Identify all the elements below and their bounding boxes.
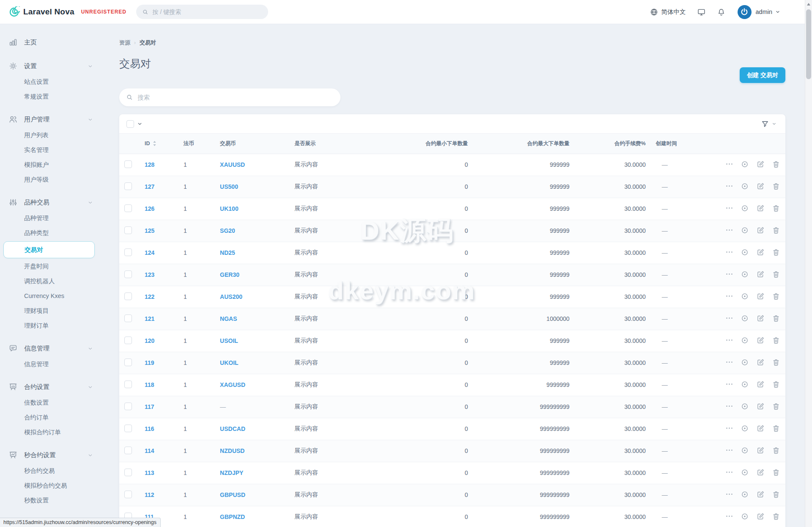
delete-button[interactable] [772, 182, 780, 192]
edit-button[interactable] [756, 226, 765, 236]
breadcrumb-resources[interactable]: 资源 [119, 39, 130, 47]
edit-button[interactable] [756, 446, 765, 456]
row-checkbox[interactable] [124, 425, 132, 432]
filter-button[interactable] [761, 120, 776, 128]
edit-button[interactable] [756, 160, 765, 170]
row-id-link[interactable]: 128 [145, 161, 154, 168]
row-coin-link[interactable]: AUS200 [220, 293, 242, 300]
row-id-link[interactable]: 117 [145, 403, 154, 410]
delete-button[interactable] [772, 314, 780, 324]
sidebar-subitem[interactable]: 开盘时间 [0, 259, 119, 274]
delete-button[interactable] [772, 446, 780, 456]
more-actions-button[interactable] [725, 204, 733, 213]
row-id-link[interactable]: 113 [145, 469, 154, 476]
column-header[interactable]: 合约最小下单数量 [395, 134, 473, 154]
more-actions-button[interactable] [725, 358, 733, 367]
delete-button[interactable] [772, 204, 780, 214]
row-coin-link[interactable]: NGAS [220, 315, 237, 322]
row-checkbox[interactable] [124, 204, 132, 212]
theme-toggle[interactable] [697, 8, 706, 17]
edit-button[interactable] [756, 270, 765, 280]
row-coin-link[interactable]: XAUUSD [220, 161, 245, 168]
delete-button[interactable] [772, 424, 780, 434]
edit-button[interactable] [756, 358, 765, 368]
resource-search-input[interactable] [137, 94, 334, 101]
user-menu[interactable]: admin [756, 8, 773, 15]
row-checkbox[interactable] [124, 447, 132, 454]
sidebar-subitem[interactable]: Currency Kxes [0, 289, 119, 304]
view-button[interactable] [741, 402, 749, 412]
column-header[interactable]: 合约手续费% [575, 134, 651, 154]
chevron-down-icon[interactable] [775, 9, 780, 14]
row-checkbox[interactable] [124, 315, 132, 322]
sidebar-subitem[interactable]: 倍数设置 [0, 395, 119, 410]
row-checkbox[interactable] [124, 226, 132, 234]
sidebar-subitem[interactable]: 理财订单 [0, 318, 119, 333]
row-checkbox[interactable] [124, 270, 132, 278]
create-button[interactable]: 创建 交易对 [740, 67, 785, 83]
view-button[interactable] [741, 468, 749, 478]
view-button[interactable] [741, 512, 749, 522]
edit-button[interactable] [756, 402, 765, 412]
delete-button[interactable] [772, 270, 780, 280]
row-coin-link[interactable]: UKOIL [220, 359, 239, 366]
more-actions-button[interactable] [725, 336, 733, 345]
row-coin-link[interactable]: — [220, 403, 226, 410]
more-actions-button[interactable] [725, 226, 733, 235]
scroll-up-arrow-icon[interactable] [807, 3, 810, 6]
edit-button[interactable] [756, 424, 765, 434]
sidebar-item[interactable]: 品种交易 [0, 194, 93, 211]
more-actions-button[interactable] [725, 512, 733, 521]
more-actions-button[interactable] [725, 424, 733, 433]
row-coin-link[interactable]: GBPUSD [220, 491, 245, 498]
locale-switcher[interactable]: 简体中文 [650, 8, 686, 17]
notifications-button[interactable] [717, 8, 726, 17]
sidebar-subitem[interactable]: 调控机器人 [0, 274, 119, 289]
more-actions-button[interactable] [725, 314, 733, 323]
more-actions-button[interactable] [725, 248, 733, 257]
row-id-link[interactable]: 121 [145, 315, 154, 322]
view-button[interactable] [741, 160, 749, 170]
view-button[interactable] [741, 292, 749, 302]
row-coin-link[interactable]: ND25 [220, 249, 235, 256]
edit-button[interactable] [756, 380, 765, 390]
row-checkbox[interactable] [124, 160, 132, 168]
view-button[interactable] [741, 314, 749, 324]
row-coin-link[interactable]: XAGUSD [220, 381, 245, 388]
delete-button[interactable] [772, 512, 780, 522]
sidebar-subitem[interactable]: 品种类型 [0, 226, 119, 240]
row-id-link[interactable]: 114 [145, 447, 154, 454]
avatar[interactable] [738, 5, 752, 19]
row-id-link[interactable]: 125 [145, 227, 154, 234]
vertical-scrollbar[interactable] [805, 0, 812, 527]
row-coin-link[interactable]: US500 [220, 183, 238, 190]
column-header[interactable]: 交易币 [215, 134, 289, 154]
row-checkbox[interactable] [124, 359, 132, 366]
view-button[interactable] [741, 204, 749, 214]
row-id-link[interactable]: 127 [145, 183, 154, 190]
delete-button[interactable] [772, 468, 780, 478]
brand[interactable]: Laravel Nova [8, 6, 74, 18]
edit-button[interactable] [756, 490, 765, 500]
resource-search[interactable] [119, 88, 340, 106]
row-checkbox[interactable] [124, 292, 132, 300]
sidebar-item[interactable]: 主页 [0, 34, 93, 51]
delete-button[interactable] [772, 402, 780, 412]
delete-button[interactable] [772, 490, 780, 500]
view-button[interactable] [741, 226, 749, 236]
view-button[interactable] [741, 336, 749, 346]
row-coin-link[interactable]: USOIL [220, 337, 238, 344]
column-header[interactable]: 是否展示 [289, 134, 395, 154]
row-coin-link[interactable]: GBPNZD [220, 513, 245, 520]
edit-button[interactable] [756, 248, 765, 258]
sidebar-subitem[interactable]: 站点设置 [0, 74, 119, 89]
edit-button[interactable] [756, 182, 765, 192]
view-button[interactable] [741, 490, 749, 500]
sidebar-item[interactable]: 用户管理 [0, 111, 93, 128]
delete-button[interactable] [772, 358, 780, 368]
sidebar-subitem[interactable]: 理财项目 [0, 304, 119, 318]
row-checkbox[interactable] [124, 182, 132, 190]
sidebar-subitem[interactable]: 品种管理 [0, 211, 119, 226]
sidebar-item[interactable]: 合约设置 [0, 378, 93, 395]
view-button[interactable] [741, 446, 749, 456]
